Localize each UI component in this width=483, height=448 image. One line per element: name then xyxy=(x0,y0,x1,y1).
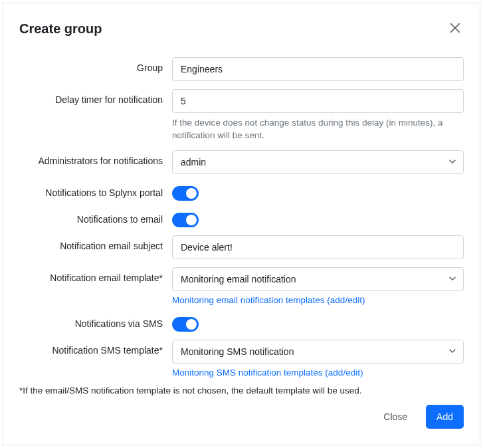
admins-select[interactable]: admin xyxy=(172,150,464,174)
sms-template-select[interactable]: Monitoring SMS notification xyxy=(172,340,464,364)
sms-toggle[interactable] xyxy=(172,317,199,332)
close-button[interactable]: Close xyxy=(373,405,418,429)
email-subject-label: Notification email subject xyxy=(19,235,172,251)
email-template-link[interactable]: Monitoring email notification templates … xyxy=(172,295,365,305)
form-body: Group Delay timer for notification If th… xyxy=(19,57,464,405)
email-template-select[interactable]: Monitoring email notification xyxy=(172,267,464,291)
modal-title: Create group xyxy=(19,21,102,37)
group-input[interactable] xyxy=(172,57,464,81)
delay-input[interactable] xyxy=(172,89,464,113)
admins-label: Administrators for notifications xyxy=(19,150,172,166)
email-template-label: Notification email template* xyxy=(19,267,172,283)
footnote-text: *If the email/SMS notification template … xyxy=(19,386,464,395)
portal-label: Notifications to Splynx portal xyxy=(19,182,172,198)
sms-template-select-value: Monitoring SMS notification xyxy=(181,346,294,357)
close-icon xyxy=(449,26,461,36)
email-label: Notifications to email xyxy=(19,209,172,225)
modal-footer: Close Add xyxy=(19,405,464,429)
sms-template-label: Notification SMS template* xyxy=(19,340,172,356)
email-subject-input[interactable] xyxy=(172,235,464,259)
email-template-select-value: Monitoring email notification xyxy=(181,274,296,284)
admins-select-value: admin xyxy=(181,157,206,168)
modal-header: Create group xyxy=(19,19,464,39)
create-group-modal: Create group Group Delay timer for notif… xyxy=(3,3,480,445)
sms-template-link[interactable]: Monitoring SMS notification templates (a… xyxy=(172,368,363,378)
sms-label: Notifications via SMS xyxy=(19,313,172,329)
add-button[interactable]: Add xyxy=(426,405,464,429)
group-label: Group xyxy=(19,57,172,73)
delay-help-text: If the device does not change status dur… xyxy=(172,117,464,142)
delay-label: Delay timer for notification xyxy=(19,89,172,105)
email-toggle[interactable] xyxy=(172,213,199,227)
close-icon-button[interactable] xyxy=(446,19,464,39)
portal-toggle[interactable] xyxy=(172,186,199,201)
